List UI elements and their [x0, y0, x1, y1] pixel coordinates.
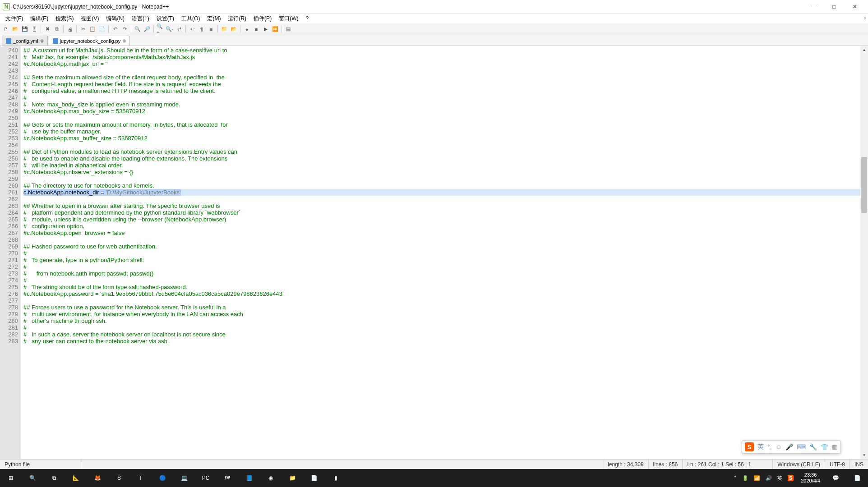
close-all-icon[interactable]: ⧉: [53, 25, 61, 33]
paste-icon[interactable]: 📄: [98, 25, 106, 33]
minimize-button[interactable]: —: [803, 0, 824, 14]
tab-close-icon[interactable]: ⊗: [40, 38, 44, 43]
show-all-icon[interactable]: ¶: [198, 25, 206, 33]
play-icon[interactable]: ▶: [262, 25, 270, 33]
code-line[interactable]: #c.NotebookApp.nbserver_extensions = {}: [23, 169, 860, 175]
ime-emoji-icon[interactable]: ☺: [776, 443, 782, 450]
code-line[interactable]: # any user can connect to the notebook s…: [23, 338, 860, 345]
code-line[interactable]: # To generate, type in a python/IPython …: [23, 257, 860, 263]
zoom-in-icon[interactable]: 🔍+: [156, 25, 164, 33]
tray-battery-icon[interactable]: 🔋: [739, 469, 751, 487]
code-line[interactable]: [23, 297, 860, 304]
code-line[interactable]: ## Forces users to use a password for th…: [23, 304, 860, 311]
code-line[interactable]: # multi user environment, for instance w…: [23, 311, 860, 317]
sogou-icon[interactable]: S: [745, 442, 754, 451]
code-line[interactable]: [23, 196, 860, 202]
code-line[interactable]: [23, 67, 860, 74]
code-line[interactable]: #c.NotebookApp.max_buffer_size = 5368709…: [23, 135, 860, 142]
folder-icon[interactable]: 📁: [220, 25, 228, 33]
code-line[interactable]: [23, 236, 860, 243]
cut-icon[interactable]: ✂: [79, 25, 87, 33]
ime-float-bar[interactable]: S 英 °, ☺ 🎤 ⌨ 🔧 👕 ▦: [742, 440, 841, 454]
close-button[interactable]: ✕: [845, 0, 865, 14]
tab-jupyter_notebook_config.py[interactable]: jupyter_notebook_config.py⊗: [49, 36, 130, 46]
tray-sogou-icon[interactable]: S: [785, 469, 796, 487]
code-line[interactable]: # The string should be of the form type:…: [23, 284, 860, 290]
fast-forward-icon[interactable]: ⏩: [271, 25, 279, 33]
menu-F[interactable]: 文件(F): [2, 14, 27, 23]
code-line[interactable]: # use by the buffer manager.: [23, 128, 860, 135]
taskbar-map-icon[interactable]: 🗺: [217, 469, 238, 487]
ime-keyboard-icon[interactable]: ⌨: [797, 443, 806, 450]
code-line[interactable]: [23, 142, 860, 148]
redo-icon[interactable]: ↷: [120, 25, 129, 33]
code-line[interactable]: # Note: max_body_size is applied even in…: [23, 101, 860, 108]
code-line[interactable]: c.NotebookApp.notebook_dir = 'D:\MyGitbo…: [23, 189, 860, 196]
menu-N[interactable]: 编码(N): [102, 14, 128, 23]
code-line[interactable]: # MathJax, for example: /static/componen…: [23, 54, 860, 60]
taskbar-teamviewer-icon[interactable]: 🔵: [152, 469, 173, 487]
action-center-icon[interactable]: 📄: [846, 469, 868, 487]
ime-tool-icon[interactable]: 🔧: [809, 443, 817, 450]
code-line[interactable]: #: [23, 94, 860, 101]
taskbar-snagit-icon[interactable]: S: [108, 469, 130, 487]
menu-P[interactable]: 插件(P): [250, 14, 275, 23]
replace-icon[interactable]: 🔎: [143, 25, 151, 33]
code-line[interactable]: #c.NotebookApp.open_browser = false: [23, 230, 860, 236]
taskbar-text-editor-icon[interactable]: 📄: [303, 469, 325, 487]
taskbar-texstudio-icon[interactable]: T: [130, 469, 152, 487]
taskbar-laptop-icon[interactable]: 💻: [173, 469, 195, 487]
tray-volume-icon[interactable]: 🔊: [763, 469, 775, 487]
save-icon[interactable]: 💾: [21, 25, 29, 33]
scroll-down-arrow[interactable]: ▼: [860, 451, 868, 459]
code-line[interactable]: # other's machine through ssh.: [23, 317, 860, 324]
undo-icon[interactable]: ↶: [111, 25, 119, 33]
menu-E[interactable]: 编辑(E): [27, 14, 52, 23]
taskbar-notepad-icon[interactable]: 📘: [238, 469, 260, 487]
code-line[interactable]: ## Whether to open in a browser after st…: [23, 202, 860, 209]
code-content[interactable]: ## A custom url for MathJax.js. Should b…: [21, 46, 860, 459]
scroll-up-arrow[interactable]: ▲: [860, 46, 868, 54]
save-all-icon[interactable]: 🗄: [30, 25, 38, 33]
find-icon[interactable]: 🔍: [134, 25, 142, 33]
code-line[interactable]: #: [23, 277, 860, 284]
code-line[interactable]: # module, unless it is overridden using …: [23, 216, 860, 223]
code-line[interactable]: # In such a case, server the notebook se…: [23, 331, 860, 338]
taskbar-gimp-icon[interactable]: 🦊: [87, 469, 108, 487]
menu-V[interactable]: 视图(V): [77, 14, 102, 23]
maximize-button[interactable]: □: [824, 0, 845, 14]
taskbar-clock[interactable]: 23:36 2020/4/4: [796, 472, 825, 484]
panel-icon[interactable]: ▤: [284, 25, 292, 33]
tray-ime-lang-icon[interactable]: 英: [775, 469, 785, 487]
close-icon[interactable]: ✖: [43, 25, 51, 33]
taskbar-pycharm-icon[interactable]: PC: [195, 469, 217, 487]
code-line[interactable]: # from notebook.auth import passwd; pass…: [23, 270, 860, 277]
taskbar-start-icon[interactable]: ⊞: [0, 469, 22, 487]
tray-chevron-up-icon[interactable]: ˄: [731, 469, 739, 487]
code-line[interactable]: #c.NotebookApp.password = 'sha1:9e5b5679…: [23, 290, 860, 297]
stop-icon[interactable]: ■: [252, 25, 260, 33]
taskbar-chrome-icon[interactable]: ◉: [260, 469, 282, 487]
code-line[interactable]: # will be loaded in alphabetical order.: [23, 162, 860, 169]
code-line[interactable]: #: [23, 263, 860, 270]
copy-icon[interactable]: 📋: [88, 25, 97, 33]
word-wrap-icon[interactable]: ↩: [188, 25, 196, 33]
tray-wifi-icon[interactable]: 📶: [751, 469, 763, 487]
ime-mic-icon[interactable]: 🎤: [785, 443, 793, 450]
taskbar-search-icon[interactable]: 🔍: [22, 469, 43, 487]
editor-area[interactable]: 2402412422432442452462472482492502512522…: [0, 46, 868, 459]
secondary-close-icon[interactable]: x: [864, 15, 866, 20]
menu-S[interactable]: 搜索(S): [52, 14, 77, 23]
folder-open-icon[interactable]: 📂: [230, 25, 238, 33]
taskbar-terminal-icon[interactable]: ▮: [325, 469, 346, 487]
menu-R[interactable]: 运行(R): [224, 14, 250, 23]
code-line[interactable]: #c.NotebookApp.mathjax_url = '': [23, 60, 860, 67]
code-line[interactable]: ## Hashed password to use for web authen…: [23, 243, 860, 250]
new-file-icon[interactable]: 🗋: [2, 25, 10, 33]
code-line[interactable]: ## A custom url for MathJax.js. Should b…: [23, 47, 860, 54]
ime-skin-icon[interactable]: 👕: [821, 443, 828, 450]
indent-guide-icon[interactable]: ≡: [207, 25, 215, 33]
code-line[interactable]: # be used to enable and disable the load…: [23, 155, 860, 162]
code-line[interactable]: #: [23, 250, 860, 257]
open-file-icon[interactable]: 📂: [11, 25, 19, 33]
